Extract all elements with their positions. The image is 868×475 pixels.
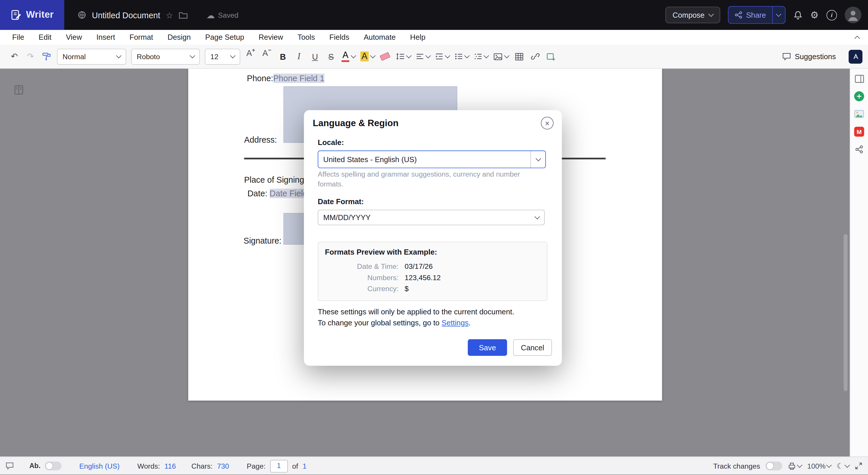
settings-link[interactable]: Settings [441,319,468,327]
side-panel-icon[interactable] [855,75,864,83]
menu-fields[interactable]: Fields [322,33,356,41]
insert-table-button[interactable] [514,49,525,64]
save-status: ☁ Saved [206,11,238,19]
bullet-list-button[interactable] [454,53,469,60]
strikethrough-button[interactable]: S [326,49,337,64]
menu-edit[interactable]: Edit [31,33,59,41]
decrease-font-size-button[interactable]: A− [261,49,272,64]
underline-button[interactable]: U [310,49,320,64]
locale-select[interactable]: United States - English (US) [318,151,546,168]
menu-help[interactable]: Help [403,33,433,41]
folder-icon[interactable] [179,11,188,19]
menu-tools[interactable]: Tools [290,33,322,41]
mail-app-icon[interactable]: M [854,127,864,136]
format-painter-button[interactable] [41,49,52,64]
zoom-select[interactable]: 100% [807,462,831,470]
menu-page-setup[interactable]: Page Setup [198,33,251,41]
indent-button[interactable] [435,53,450,60]
compose-button[interactable]: Compose [665,7,720,23]
collapse-toolbar-button[interactable] [855,34,859,40]
font-family-select[interactable]: Roboto [131,49,200,64]
cloud-saved-icon: ☁ [206,11,215,19]
insert-link-button[interactable] [529,49,540,64]
phone-field-placeholder[interactable]: Phone Field 1 [273,74,324,83]
comments-icon[interactable] [5,462,14,470]
signature-label[interactable]: Signature: [244,236,282,245]
date-label: Date: [247,189,267,198]
zia-assistant-icon[interactable] [848,50,863,64]
spellcheck-toggle[interactable] [45,462,62,470]
italic-button[interactable]: I [293,49,304,64]
menu-design[interactable]: Design [160,33,198,41]
menu-review[interactable]: Review [251,33,290,41]
date-format-select[interactable]: MM/DD/YYYY [318,210,545,225]
menu-file[interactable]: File [5,33,31,41]
menu-format[interactable]: Format [122,33,160,41]
place-of-signing-label[interactable]: Place of Signing: [244,175,306,184]
compose-label: Compose [673,11,704,19]
suggestions-button[interactable]: Suggestions [782,52,836,61]
menu-insert[interactable]: Insert [89,33,122,41]
avatar[interactable] [845,7,861,23]
mail-m-letter: M [857,128,862,135]
fullscreen-button[interactable] [855,462,863,470]
spellcheck-icon[interactable]: Ab. [29,462,40,470]
print-layout-button[interactable] [788,462,802,470]
preview-label: Numbers: [325,274,399,282]
document-title[interactable]: Untitled Document [92,10,160,20]
highlight-icon: A [360,51,368,61]
image-library-icon[interactable] [854,109,864,119]
undo-button[interactable]: ↶ [9,49,20,64]
favorite-star-icon[interactable]: ☆ [166,11,173,19]
redo-button[interactable]: ↷ [25,49,36,64]
paragraph-style-select[interactable]: Normal [57,49,126,64]
font-size-select[interactable]: 12 [205,49,240,64]
align-button[interactable] [415,53,430,60]
track-changes-toggle[interactable] [766,462,782,470]
close-icon[interactable]: × [541,117,554,130]
letter-a: A [246,49,252,57]
locale-dropdown-button[interactable] [530,151,546,168]
cancel-button[interactable]: Cancel [513,339,552,356]
increase-font-size-button[interactable]: A+ [245,49,256,64]
address-label[interactable]: Address: [244,135,277,145]
font-color-button[interactable]: A [341,51,355,62]
insert-image-button[interactable] [493,52,508,61]
sheet-app-icon[interactable] [854,91,864,101]
dialog-title: Language & Region [313,118,399,128]
menu-view[interactable]: View [59,33,89,41]
save-button[interactable]: Save [468,339,507,356]
multilevel-list-button[interactable] [474,53,488,60]
page-number-input[interactable] [270,460,288,472]
document-language-link[interactable]: English (US) [79,462,120,470]
vertical-scrollbar[interactable] [844,234,847,391]
eraser-icon [380,52,391,61]
night-mode-button[interactable]: ☾ [837,462,849,470]
preview-value: 03/17/26 [405,262,433,271]
app-window: Writer Untitled Document ☆ ☁ Saved Compo… [0,0,868,475]
note-suffix: . [468,319,470,327]
dialog-note-line1: These settings will only be applied to t… [318,308,514,316]
share-dropdown[interactable] [772,7,785,23]
formats-preview-box: Formats Preview with Example: Date & Tim… [318,242,548,301]
status-bar: Ab. English (US) Words: 116 Chars: 730 P… [0,456,868,475]
clear-formatting-button[interactable] [379,49,391,64]
writer-logo[interactable]: Writer [0,0,64,30]
info-icon[interactable]: i [827,9,837,20]
notifications-bell-icon[interactable] [793,10,802,20]
share-button[interactable]: Share [728,6,785,24]
highlight-color-button[interactable]: A [360,51,375,61]
phone-line[interactable]: Phone:Phone Field 1 [247,74,324,83]
words-count[interactable]: 116 [164,462,176,470]
share-main[interactable]: Share [728,7,772,23]
menu-automate[interactable]: Automate [356,33,403,41]
settings-gear-icon[interactable]: ⚙ [810,10,819,20]
chevron-down-icon [708,11,714,17]
insert-field-button[interactable] [546,49,557,64]
share-network-icon[interactable] [855,145,864,154]
note-prefix: To change your global settings, go to [318,319,441,327]
chars-count[interactable]: 730 [217,462,229,470]
line-spacing-button[interactable] [396,53,411,60]
page-layout-icon[interactable] [14,85,24,95]
bold-button[interactable]: B [277,49,288,64]
